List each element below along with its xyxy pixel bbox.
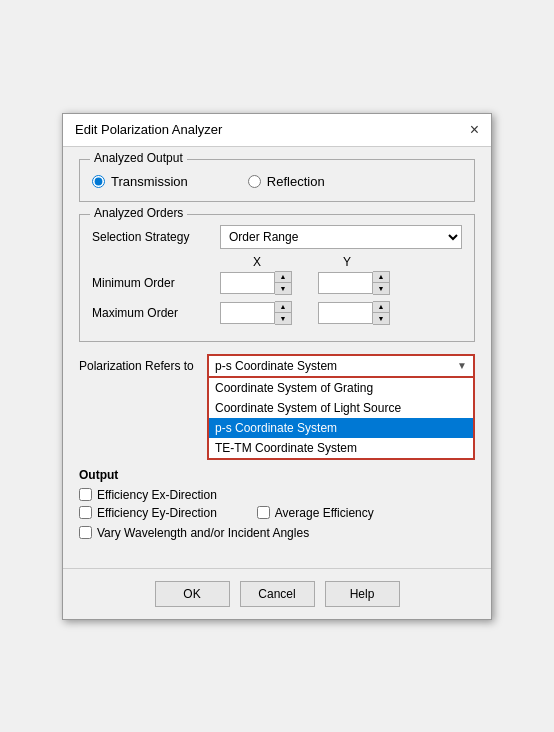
maximum-order-y-up[interactable]: ▲ [373, 302, 389, 313]
minimum-order-x-down[interactable]: ▼ [275, 283, 291, 294]
maximum-order-row: Maximum Order 3 ▲ ▼ 3 ▲ [92, 301, 462, 325]
transmission-radio-label[interactable]: Transmission [92, 174, 188, 189]
output-section: Output Efficiency Ex-Direction Efficienc… [79, 468, 475, 520]
title-bar: Edit Polarization Analyzer × [63, 114, 491, 147]
vary-label[interactable]: Vary Wavelength and/or Incident Angles [79, 526, 309, 540]
minimum-order-x-group: -3 ▲ ▼ [220, 271, 310, 295]
reflection-radio[interactable] [248, 175, 261, 188]
average-efficiency-checkbox[interactable] [257, 506, 270, 519]
efficiency-ex-text: Efficiency Ex-Direction [97, 488, 217, 502]
x-header: X [212, 255, 302, 269]
minimum-order-y-spinner: ▲ ▼ [373, 271, 390, 295]
average-efficiency-text: Average Efficiency [275, 506, 374, 520]
analyzed-output-label: Analyzed Output [90, 151, 187, 165]
efficiency-ey-text: Efficiency Ey-Direction [97, 506, 217, 520]
minimum-order-x-input[interactable]: -3 [220, 272, 275, 294]
efficiency-ex-row: Efficiency Ex-Direction [79, 488, 475, 502]
analyzed-orders-label: Analyzed Orders [90, 206, 187, 220]
close-button[interactable]: × [470, 122, 479, 138]
minimum-order-y-input[interactable]: -3 [318, 272, 373, 294]
maximum-order-x-down[interactable]: ▼ [275, 313, 291, 324]
minimum-order-x-up[interactable]: ▲ [275, 272, 291, 283]
efficiency-ey-label[interactable]: Efficiency Ey-Direction [79, 506, 217, 520]
maximum-order-x-input[interactable]: 3 [220, 302, 275, 324]
minimum-order-x-spinner: ▲ ▼ [275, 271, 292, 295]
vary-text: Vary Wavelength and/or Incident Angles [97, 526, 309, 540]
maximum-order-y-input[interactable]: 3 [318, 302, 373, 324]
average-efficiency-label[interactable]: Average Efficiency [257, 506, 374, 520]
transmission-radio[interactable] [92, 175, 105, 188]
vary-checkbox[interactable] [79, 526, 92, 539]
output-label: Output [79, 468, 475, 482]
reflection-radio-label[interactable]: Reflection [248, 174, 325, 189]
minimum-order-y-up[interactable]: ▲ [373, 272, 389, 283]
analyzed-orders-group: Analyzed Orders Selection Strategy Order… [79, 214, 475, 342]
analyzed-output-group: Analyzed Output Transmission Reflection [79, 159, 475, 202]
efficiency-ex-checkbox[interactable] [79, 488, 92, 501]
dropdown-item-grating[interactable]: Coordinate System of Grating [209, 378, 473, 398]
dialog-title: Edit Polarization Analyzer [75, 122, 222, 137]
button-row: OK Cancel Help [63, 568, 491, 619]
maximum-order-x-group: 3 ▲ ▼ [220, 301, 310, 325]
minimum-order-row: Minimum Order -3 ▲ ▼ -3 ▲ [92, 271, 462, 295]
maximum-order-label: Maximum Order [92, 306, 212, 320]
efficiency-ex-label[interactable]: Efficiency Ex-Direction [79, 488, 217, 502]
dropdown-item-tetm[interactable]: TE-TM Coordinate System [209, 438, 473, 458]
maximum-order-y-down[interactable]: ▼ [373, 313, 389, 324]
polarization-selected-value: p-s Coordinate System [215, 359, 337, 373]
maximum-order-y-group: 3 ▲ ▼ [318, 301, 408, 325]
selection-strategy-label: Selection Strategy [92, 230, 212, 244]
transmission-label: Transmission [111, 174, 188, 189]
polarization-dropdown-container: p-s Coordinate System ▼ Coordinate Syste… [207, 354, 475, 378]
output-radio-row: Transmission Reflection [92, 170, 462, 193]
reflection-label: Reflection [267, 174, 325, 189]
selection-strategy-row: Selection Strategy Order Range [92, 225, 462, 249]
xy-headers: X Y [92, 255, 462, 269]
minimum-order-label: Minimum Order [92, 276, 212, 290]
ok-button[interactable]: OK [155, 581, 230, 607]
cancel-button[interactable]: Cancel [240, 581, 315, 607]
efficiency-ey-checkbox[interactable] [79, 506, 92, 519]
polarization-label: Polarization Refers to [79, 359, 199, 373]
polarization-dropdown-trigger[interactable]: p-s Coordinate System ▼ [207, 354, 475, 378]
efficiency-ey-row: Efficiency Ey-Direction Average Efficien… [79, 506, 475, 520]
dropdown-item-ps[interactable]: p-s Coordinate System [209, 418, 473, 438]
polarization-section: Polarization Refers to p-s Coordinate Sy… [79, 354, 475, 378]
selection-strategy-select[interactable]: Order Range [220, 225, 462, 249]
maximum-order-x-up[interactable]: ▲ [275, 302, 291, 313]
polarization-dropdown-menu: Coordinate System of Grating Coordinate … [207, 378, 475, 460]
minimum-order-y-group: -3 ▲ ▼ [318, 271, 408, 295]
polarization-row: Polarization Refers to p-s Coordinate Sy… [79, 354, 475, 378]
vary-row: Vary Wavelength and/or Incident Angles [79, 526, 475, 540]
dropdown-item-light-source[interactable]: Coordinate System of Light Source [209, 398, 473, 418]
help-button[interactable]: Help [325, 581, 400, 607]
maximum-order-x-spinner: ▲ ▼ [275, 301, 292, 325]
dropdown-arrow-icon: ▼ [457, 360, 467, 371]
minimum-order-y-down[interactable]: ▼ [373, 283, 389, 294]
y-header: Y [302, 255, 392, 269]
dialog: Edit Polarization Analyzer × Analyzed Ou… [62, 113, 492, 620]
maximum-order-y-spinner: ▲ ▼ [373, 301, 390, 325]
